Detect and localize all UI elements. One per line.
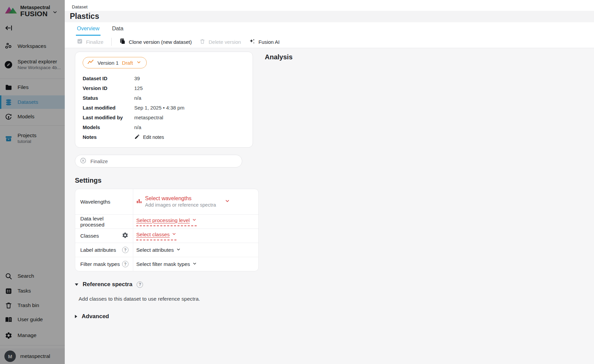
detail-row: Status n/a <box>83 93 246 103</box>
analysis-heading: Analysis <box>265 53 292 61</box>
chevron-down-icon <box>172 232 176 238</box>
tab-data[interactable]: Data <box>111 26 124 35</box>
settings-row-data-level: Data level processed Select processing l… <box>75 214 258 229</box>
tab-overview[interactable]: Overview <box>76 26 101 36</box>
select-classes-dropdown[interactable]: Select classes <box>136 232 176 240</box>
page-title: Plastics <box>70 12 99 21</box>
select-processing-level-dropdown[interactable]: Select processing level <box>136 217 197 226</box>
sparkles-icon <box>249 38 255 46</box>
version-details: Dataset ID 39 Version ID 125 Status n/a … <box>83 73 246 142</box>
finalize-button[interactable]: Finalize <box>77 38 104 46</box>
settings-table: Wavelengths Select wavelengths Add image… <box>75 189 259 271</box>
content-area: Version 1 Draft Dataset ID 39 Version ID… <box>65 48 594 364</box>
status-badge: Draft <box>122 60 133 66</box>
tabs: Overview Data <box>65 22 594 36</box>
chevron-down-icon <box>176 247 181 253</box>
chevron-down-icon <box>192 261 197 267</box>
sidebar-dim-overlay <box>0 0 65 364</box>
detail-row: Last modified by metaspectral <box>83 113 246 122</box>
main-content: Dataset Plastics Overview Data Finalize … <box>65 0 594 364</box>
chevron-down-icon <box>225 198 230 205</box>
help-icon[interactable]: ? <box>122 261 129 267</box>
settings-row-filter-mask-types: Filter mask types ? Select filter mask t… <box>75 257 258 271</box>
toolbar: Finalize Clone version (new dataset) Del… <box>65 36 594 48</box>
reference-spectra-message: Add classes to this dataset to use refer… <box>79 296 259 302</box>
version-label: Version 1 <box>97 60 119 66</box>
clone-version-button[interactable]: Clone version (new dataset) <box>119 38 192 46</box>
settings-heading: Settings <box>75 177 259 184</box>
wavelengths-hint: Add images or reference spectra <box>145 202 225 208</box>
sidebar: Metaspectral FUSION Workspaces Spectral … <box>0 0 65 364</box>
copy-icon <box>119 38 126 46</box>
select-attributes-dropdown[interactable]: Select attributes <box>136 247 181 253</box>
advanced-header[interactable]: Advanced <box>75 313 259 320</box>
collapse-triangle-icon <box>75 283 78 286</box>
detail-row: Last modified Sep 1, 2025 • 4:38 pm <box>83 103 246 113</box>
notes-row: Notes Edit notes <box>83 132 246 142</box>
analysis-column: Analysis <box>265 52 292 364</box>
toolbar-separator <box>111 38 112 46</box>
bar-chart-icon <box>136 198 142 206</box>
classes-settings-gear-icon[interactable] <box>122 232 129 240</box>
fusion-ai-button[interactable]: Fusion AI <box>249 38 280 46</box>
delete-version-button[interactable]: Delete version <box>199 38 241 46</box>
help-icon[interactable]: ? <box>137 281 143 288</box>
version-selector[interactable]: Version 1 Draft <box>83 57 147 68</box>
breadcrumb: Dataset <box>65 0 594 11</box>
settings-row-classes: Classes Select classes <box>75 229 258 243</box>
chevron-down-icon <box>192 217 197 223</box>
title-band: Plastics <box>65 11 594 22</box>
expand-triangle-icon <box>75 315 77 318</box>
detail-row: Version ID 125 <box>83 83 246 93</box>
settings-row-wavelengths: Wavelengths Select wavelengths Add image… <box>75 189 258 214</box>
version-card: Version 1 Draft Dataset ID 39 Version ID… <box>75 52 253 148</box>
detail-row: Models n/a <box>83 122 246 132</box>
help-icon[interactable]: ? <box>122 247 129 253</box>
overview-column: Version 1 Draft Dataset ID 39 Version ID… <box>75 52 259 364</box>
trash-icon <box>199 38 205 46</box>
detail-row: Dataset ID 39 <box>83 73 246 83</box>
circled-x-icon <box>80 157 87 165</box>
pencil-icon <box>134 134 140 141</box>
select-wavelengths-dropdown[interactable]: Select wavelengths Add images or referen… <box>136 195 230 209</box>
reference-spectra-header[interactable]: Reference spectra ? <box>75 281 259 288</box>
trend-line-icon <box>87 59 94 66</box>
checkbox-check-icon <box>77 38 83 46</box>
select-filter-mask-types-dropdown[interactable]: Select filter mask types <box>136 261 197 267</box>
finalize-pill-button[interactable]: Finalize <box>75 155 242 168</box>
settings-row-label-attributes: Label attributes ? Select attributes <box>75 243 258 257</box>
chevron-down-icon <box>136 60 141 66</box>
edit-notes-button[interactable]: Edit notes <box>134 134 164 141</box>
